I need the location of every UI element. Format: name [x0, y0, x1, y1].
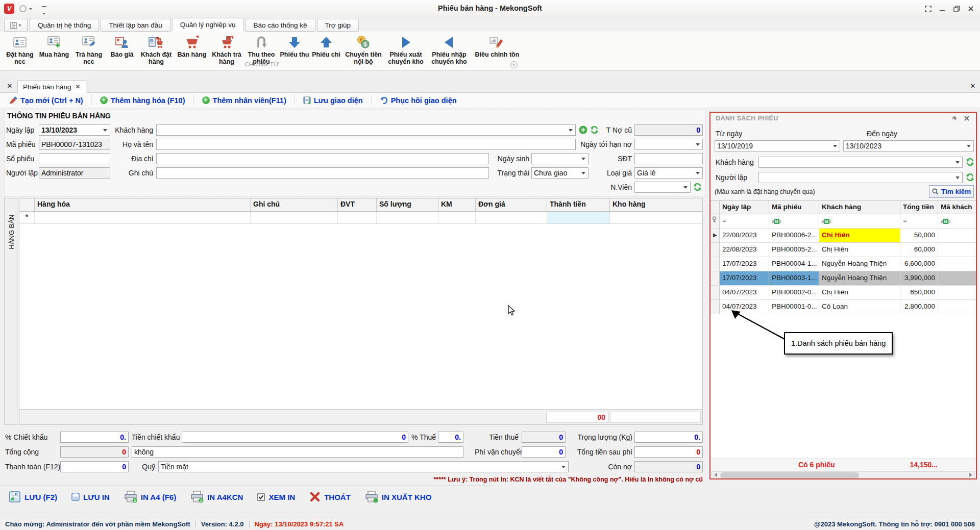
grid-col-ghi-chu[interactable]: Ghi chú	[251, 198, 338, 212]
grid-col-kho-hang[interactable]: Kho hàng	[610, 198, 702, 212]
quy-combo[interactable]: Tiền mặt	[158, 461, 569, 472]
ghi-chu-input[interactable]	[156, 167, 489, 179]
dia-chi-input[interactable]	[156, 153, 489, 164]
tab-phieu-ban-hang[interactable]: Phiếu bán hàng ✕	[17, 80, 86, 93]
menu-tab-bao-cao-thong-ke[interactable]: Báo cáo thống kê	[246, 19, 315, 32]
filter-tong-tien[interactable]: =	[900, 214, 938, 229]
thoat-button[interactable]: THOÁT	[309, 491, 351, 502]
menu-tab-thiet-lap-ban-dau[interactable]: Thiết lập ban đầu	[101, 19, 170, 32]
in-a4-f6-button[interactable]: 2 IN A4 (F6)	[124, 491, 176, 503]
close-icon[interactable]	[965, 4, 977, 14]
tab-close-icon[interactable]: ✕	[76, 83, 81, 90]
menu-tab-quan-ly-nghiep-vu[interactable]: Quản lý nghiệp vụ	[172, 18, 244, 32]
khach-hang-combo[interactable]	[156, 124, 576, 136]
new-row-cell[interactable]	[438, 212, 476, 224]
filter-khach-hang[interactable]: aBc	[819, 214, 900, 229]
phieu-row-selected[interactable]: 17/07/2023 PBH00003-1... Nguyễn Hoàng Th…	[710, 271, 976, 286]
ngay-toi-han-no-combo[interactable]	[634, 139, 703, 150]
ribbon-phieu-nhap-chuyen-kho[interactable]: Phiếu nhập chuyển kho	[428, 34, 471, 65]
scroll-right-icon[interactable]	[969, 473, 972, 477]
tabstrip-close-icon[interactable]: ✕	[968, 82, 977, 91]
rt-col-ngay-lap[interactable]: Ngày lập	[720, 201, 769, 214]
link-phuc-hoi-giao-dien[interactable]: Phục hồi giao diện	[372, 95, 465, 106]
phieu-row[interactable]: 17/07/2023 PBH00004-1... Nguyễn Hoàng Th…	[710, 257, 976, 271]
in-a4kcn-button[interactable]: 2 IN A4KCN	[190, 491, 243, 503]
ribbon-thu-theo-phieu[interactable]: Thu theo phiếu	[245, 34, 278, 65]
refresh-staff-icon[interactable]	[693, 183, 702, 191]
phi-van-chuyen-input[interactable]: 0	[522, 446, 566, 458]
ribbon-tra-hang-ncc[interactable]: Trả hàng ncc	[72, 34, 105, 65]
ribbon-dieu-chinh-ton[interactable]: ab Điều chỉnh tồn	[473, 34, 522, 65]
new-row-cell[interactable]	[338, 212, 377, 224]
ribbon-phieu-chi[interactable]: Phiếu chi	[311, 34, 341, 65]
grid-col-hang-hoa[interactable]: Hàng hóa	[35, 198, 251, 212]
grid-new-row[interactable]: *	[19, 212, 702, 224]
ho-va-ten-input[interactable]	[156, 139, 576, 150]
rp-khach-hang-combo[interactable]	[758, 157, 963, 168]
ribbon-mua-hang[interactable]: Mua hàng	[38, 34, 70, 65]
ribbon-phieu-xuat-chuyen-kho[interactable]: Phiếu xuất chuyển kho	[386, 34, 426, 65]
filter-ngay-lap[interactable]: =	[720, 214, 769, 229]
so-phieu-input[interactable]	[39, 153, 110, 164]
trong-luong-input[interactable]: 0.	[634, 432, 703, 443]
minimize-icon[interactable]	[936, 4, 948, 14]
ngay-lap-combo[interactable]: 13/10/2023	[39, 124, 110, 136]
luu-in-button[interactable]: LƯU IN	[71, 493, 110, 501]
rp-nguoi-lap-combo[interactable]	[758, 172, 963, 183]
ribbon-ban-hang[interactable]: Bán hàng	[176, 34, 208, 65]
add-customer-icon[interactable]	[579, 125, 587, 134]
scrollbar-thumb[interactable]	[720, 472, 859, 478]
pct-chiet-khau-input[interactable]: 0.	[60, 432, 129, 443]
new-row-cell-thanh-tien[interactable]	[547, 212, 610, 224]
new-row-cell[interactable]	[610, 212, 702, 224]
loai-gia-combo[interactable]: Giá lẻ	[634, 167, 703, 179]
pct-thue-input[interactable]: 0.	[438, 432, 463, 443]
restore-icon[interactable]	[950, 4, 963, 14]
ngay-sinh-combo[interactable]	[531, 153, 589, 164]
den-ngay-combo[interactable]: 13/10/2023	[843, 140, 974, 152]
menu-tab-tro-giup[interactable]: Trợ giúp	[317, 19, 359, 32]
link-luu-giao-dien[interactable]: Lưu giao diện	[295, 95, 372, 106]
ribbon-dat-hang-ncc[interactable]: Đặt hàng ncc	[4, 34, 36, 65]
new-row-cell[interactable]	[377, 212, 438, 224]
rt-col-ma-phieu[interactable]: Mã phiếu	[769, 201, 819, 214]
link-them-hang-hoa[interactable]: + Thêm hàng hóa (F10)	[92, 95, 194, 106]
n-vien-combo[interactable]	[634, 182, 691, 193]
phieu-row[interactable]: 04/07/2023 PBH00002-0... Chị Hiên 650,00…	[710, 286, 976, 300]
grid-col-dvt[interactable]: ĐVT	[338, 198, 377, 212]
tu-ngay-combo[interactable]: 13/10/2019	[715, 140, 840, 152]
grid-col-so-luong[interactable]: Số lượng	[377, 198, 438, 212]
app-menu-button[interactable]	[4, 19, 28, 32]
filter-ma-khach[interactable]: aBc	[938, 214, 976, 229]
grid-col-thanh-tien[interactable]: Thành tiền	[547, 198, 610, 212]
new-row-cell[interactable]	[476, 212, 547, 224]
thanh-toan-input[interactable]: 0	[60, 461, 129, 472]
ribbon-phieu-thu[interactable]: Phiếu thu	[280, 34, 309, 65]
grid-col-km[interactable]: KM	[438, 198, 476, 212]
phieu-row[interactable]: 04/07/2023 PBH00001-0... Cô Loan 2,800,0…	[710, 300, 976, 314]
close-all-tabs-icon[interactable]: ✕	[5, 82, 14, 91]
grid-col-don-gia[interactable]: Đơn giá	[476, 198, 547, 212]
scroll-left-icon[interactable]	[714, 473, 717, 477]
menu-tab-quan-tri-he-thong[interactable]: Quản trị hệ thống	[30, 19, 99, 32]
in-xuat-kho-button[interactable]: IN XUẤT KHO	[365, 491, 432, 503]
new-row-cell[interactable]	[251, 212, 338, 224]
fullscreen-icon[interactable]	[922, 4, 934, 14]
luu-f2-button[interactable]: LƯU (F2)	[9, 491, 57, 503]
link-tao-moi[interactable]: Tạo mới (Ctrl + N)	[1, 95, 92, 106]
xem-in-checkbox[interactable]: XEM IN	[257, 493, 295, 501]
phieu-row[interactable]: ▶ 22/08/2023 PBH00006-2... Chị Hiên 50,0…	[710, 229, 976, 243]
pin-icon[interactable]	[950, 115, 958, 122]
rt-col-khach-hang[interactable]: Khách hàng	[819, 201, 900, 214]
ribbon-khach-tra-hang[interactable]: Khách trả hàng	[210, 34, 243, 65]
sdt-input[interactable]	[634, 153, 703, 164]
side-tab-hang-ban[interactable]: HÀNG BÁN	[4, 198, 17, 425]
ribbon-khach-dat-hang[interactable]: Khách đặt hàng	[139, 34, 174, 65]
link-them-nhan-vien[interactable]: + Thêm nhân viên(F11)	[194, 95, 295, 106]
ribbon-chuyen-tien-noi-bo[interactable]: €$ Chuyển tiền nội bộ	[343, 34, 384, 65]
rt-col-tong-tien[interactable]: Tổng tiền	[900, 201, 938, 214]
tien-chiet-khau-input[interactable]: 0	[182, 432, 408, 443]
tim-kiem-button[interactable]: Tìm kiếm	[929, 185, 974, 198]
horizontal-scrollbar[interactable]	[712, 471, 975, 478]
panel-close-icon[interactable]	[964, 115, 970, 121]
